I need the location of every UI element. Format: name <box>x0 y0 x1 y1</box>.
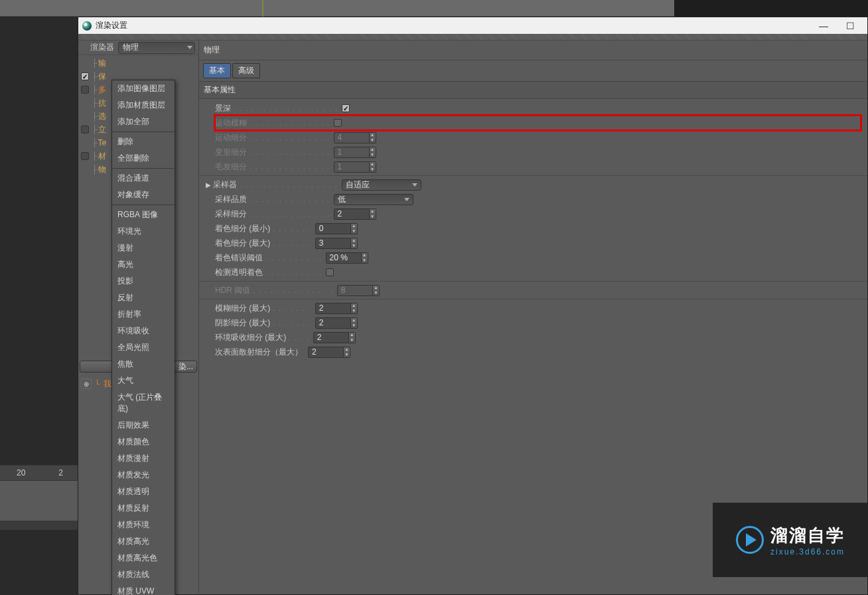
menu-item[interactable]: 材质反射 <box>112 500 175 517</box>
motion-sub-input[interactable]: ▲▼ <box>334 132 376 143</box>
menu-item[interactable]: 材质 UVW <box>112 583 175 595</box>
menu-item[interactable]: 混合通道 <box>112 170 175 187</box>
panel-title: 物理 <box>199 41 867 60</box>
blur-max-label: 模糊细分 (最大). . . . . . . <box>215 303 313 314</box>
titlebar[interactable]: 渲染设置 — ☐ <box>78 17 867 34</box>
motionblur-label: 运动模糊. . . . . . . . . . . . . . <box>215 118 332 129</box>
motion-sub-label: 运动细分. . . . . . . . . . . . . . <box>215 132 332 143</box>
watermark-url: zixue.3d66.com <box>770 547 845 556</box>
menu-item[interactable]: 添加图像图层 <box>112 80 175 97</box>
shade-min-input[interactable]: ▲▼ <box>315 223 358 234</box>
sample-quality-label: 采样品质. . . . . . . . . . . . . . <box>215 194 332 205</box>
menu-item[interactable]: 材质高光 <box>112 533 175 550</box>
tree-row[interactable]: ├输 <box>78 56 198 70</box>
shadow-max-label: 阴影细分 (最大). . . . . . . <box>215 317 313 329</box>
depth-checkbox[interactable] <box>342 104 350 112</box>
depth-label: 景深. . . . . . . . . . . . . . . . . . <box>215 103 340 114</box>
sample-sub-input[interactable]: ▲▼ <box>334 209 376 220</box>
minimize-button[interactable]: — <box>810 18 837 34</box>
renderer-dropdown[interactable]: 物理 <box>118 42 195 54</box>
menu-item[interactable]: 大气 <box>112 373 175 389</box>
menu-item[interactable]: 投影 <box>112 273 175 290</box>
tree-label: 立 <box>98 124 106 135</box>
menu-item[interactable]: 添加全部 <box>112 114 175 130</box>
menu-item[interactable]: 对象缓存 <box>112 187 175 203</box>
hair-sub-input[interactable]: ▲▼ <box>334 161 376 173</box>
tree-label: 材 <box>98 151 106 162</box>
multipass-menu[interactable]: 添加图像图层添加材质图层添加全部删除全部删除混合通道对象缓存RGBA 图像环境光… <box>111 80 175 595</box>
tree-label: 选 <box>98 111 106 122</box>
shade-max-input[interactable]: ▲▼ <box>315 238 358 249</box>
menu-item[interactable]: 全局光照 <box>112 339 175 356</box>
ao-max-label: 环境吸收细分 (最大). . . . <box>215 332 311 343</box>
hdr-input[interactable]: ▲▼ <box>337 285 380 296</box>
menu-item[interactable]: 材质环境 <box>112 517 175 533</box>
watermark-title: 溜溜自学 <box>770 524 845 547</box>
menu-item[interactable]: 添加材质图层 <box>112 97 175 114</box>
shadow-max-input[interactable]: ▲▼ <box>315 317 358 329</box>
menu-item[interactable]: 反射 <box>112 290 175 306</box>
app-icon <box>82 21 92 31</box>
blur-max-input[interactable]: ▲▼ <box>315 303 358 314</box>
shade-max-label: 着色细分 (最大). . . . . . . <box>215 238 313 249</box>
sampler-label: ▶采样器. . . . . . . . . . . . . . . . . <box>215 179 340 191</box>
tree-label: 输 <box>98 58 106 69</box>
menu-item[interactable]: 材质高光色 <box>112 550 175 566</box>
renderer-label: 渲染器 <box>90 42 114 53</box>
tree-checkbox[interactable] <box>81 126 89 133</box>
detect-trans-checkbox[interactable] <box>326 268 334 276</box>
tab-basic[interactable]: 基本 <box>203 63 231 78</box>
motionblur-checkbox[interactable] <box>334 119 342 127</box>
deform-sub-input[interactable]: ▲▼ <box>334 147 376 158</box>
section-basic-attrs: 基本属性 <box>199 81 867 99</box>
menu-item[interactable]: 全部删除 <box>112 150 175 167</box>
menu-item[interactable]: 折射率 <box>112 306 175 323</box>
sss-max-input[interactable]: ▲▼ <box>308 347 350 358</box>
menu-item[interactable]: 大气 (正片叠底) <box>112 389 175 417</box>
maximize-button[interactable]: ☐ <box>837 18 863 34</box>
tree-label: 保 <box>98 71 106 82</box>
tab-advanced[interactable]: 高级 <box>232 63 260 78</box>
menu-item[interactable]: 删除 <box>112 133 175 150</box>
tree-label: 多 <box>98 84 106 96</box>
sampler-dropdown[interactable]: 自适应 <box>342 179 421 191</box>
tree-checkbox[interactable] <box>81 72 89 80</box>
hair-sub-label: 毛发细分. . . . . . . . . . . . . . <box>215 161 332 173</box>
tree-checkbox[interactable] <box>81 86 89 94</box>
menu-item[interactable]: 材质发光 <box>112 467 175 483</box>
shade-err-input[interactable]: ▲▼ <box>326 252 368 264</box>
shade-err-label: 着色错误阈值. . . . . . . . . . <box>215 252 324 264</box>
menu-item[interactable]: 材质颜色 <box>112 434 175 450</box>
menu-item[interactable]: 材质透明 <box>112 483 175 500</box>
menu-item[interactable]: 环境光 <box>112 223 175 240</box>
tree-label: 抗 <box>98 98 106 109</box>
ao-max-input[interactable]: ▲▼ <box>313 332 356 343</box>
detect-trans-label: 检测透明着色. . . . . . . . . . <box>215 267 324 278</box>
target-icon[interactable]: ⊕ <box>81 379 92 389</box>
watermark-overlay: 溜溜自学 zixue.3d66.com <box>713 503 868 577</box>
render-button[interactable]: 染... <box>175 361 197 373</box>
hdr-label: HDR 阈值. . . . . . . . . . . . . . <box>215 285 335 296</box>
menu-item[interactable]: 材质法线 <box>112 566 175 583</box>
window-title: 渲染设置 <box>96 20 127 31</box>
shade-min-label: 着色细分 (最小). . . . . . . <box>215 223 313 234</box>
tree-checkbox[interactable] <box>81 152 89 160</box>
menu-item[interactable]: 漫射 <box>112 240 175 256</box>
sample-sub-label: 采样细分. . . . . . . . . . . . . . <box>215 209 332 220</box>
menu-item[interactable]: RGBA 图像 <box>112 207 175 223</box>
menu-item[interactable]: 高光 <box>112 256 175 273</box>
sample-quality-dropdown[interactable]: 低 <box>334 194 413 205</box>
play-icon <box>736 526 764 554</box>
sss-max-label: 次表面散射细分（最大） <box>215 347 306 358</box>
deform-sub-label: 变形细分. . . . . . . . . . . . . . <box>215 147 332 158</box>
drag-handle[interactable] <box>78 34 867 41</box>
menu-item[interactable]: 焦散 <box>112 356 175 373</box>
menu-item[interactable]: 后期效果 <box>112 417 175 434</box>
timeline-ruler: 202 <box>0 465 80 481</box>
tree-label: Te <box>98 138 107 147</box>
menu-item[interactable]: 材质漫射 <box>112 450 175 467</box>
menu-item[interactable]: 环境吸收 <box>112 323 175 339</box>
tree-label: 物 <box>98 164 106 175</box>
